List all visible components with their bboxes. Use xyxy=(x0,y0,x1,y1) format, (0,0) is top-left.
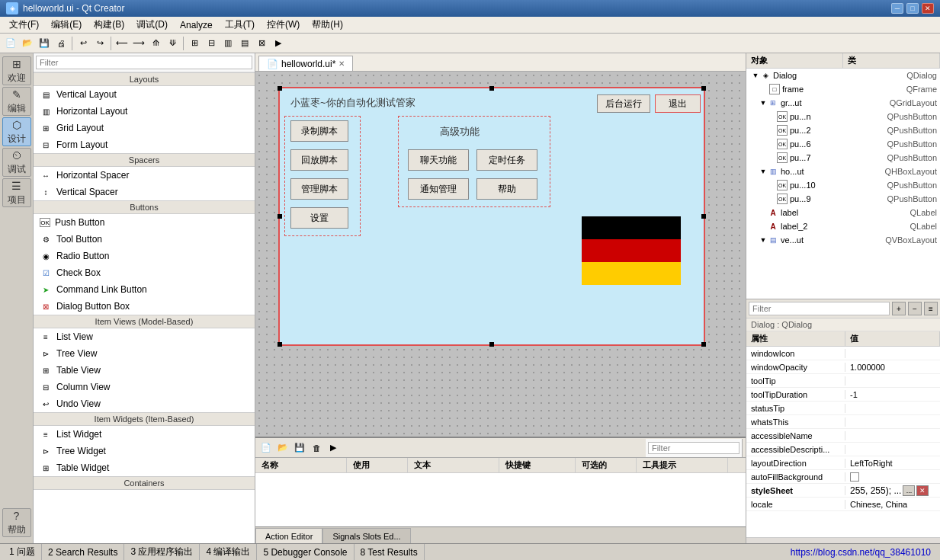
widget-column-view[interactable]: ⊟ Column View xyxy=(34,379,255,395)
widget-form-layout[interactable]: ⊟ Form Layout xyxy=(34,136,255,153)
toolbar-break[interactable]: ⊠ xyxy=(254,36,269,51)
stylesheet-reset-btn[interactable]: ✕ xyxy=(916,485,929,496)
maximize-button[interactable]: □ xyxy=(906,3,919,14)
tree-row-dialog[interactable]: ▼ ◈ Dialog QDialog xyxy=(746,69,940,82)
toolbar-hbox[interactable]: ▥ xyxy=(220,36,236,51)
menu-analyze[interactable]: Analyze xyxy=(174,18,219,32)
widget-table-widget[interactable]: ⊞ Table Widget xyxy=(34,459,255,476)
prop-windowOpacity[interactable]: windowOpacity 1.000000 xyxy=(746,360,940,374)
toolbar-redo[interactable]: ↪ xyxy=(92,36,107,51)
widget-table-view[interactable]: ⊞ Table View xyxy=(34,362,255,379)
status-search[interactable]: 2 Search Results xyxy=(42,544,124,560)
tree-row-hboxlayout[interactable]: ▼ ▥ ho...ut QHBoxLayout xyxy=(746,165,940,178)
prop-whatsThis[interactable]: whatsThis xyxy=(746,415,940,429)
menu-help[interactable]: 帮助(H) xyxy=(306,17,349,33)
toolbar-preview[interactable]: ▶ xyxy=(271,36,286,51)
tree-row-label2[interactable]: A label_2 QLabel xyxy=(746,219,940,233)
widget-list-widget[interactable]: ≡ List Widget xyxy=(34,426,255,443)
status-test[interactable]: 8 Test Results xyxy=(355,544,425,560)
menu-edit[interactable]: 编辑(E) xyxy=(45,17,88,33)
prop-accessibleName[interactable]: accessibleName xyxy=(746,429,940,443)
menu-debug[interactable]: 调试(D) xyxy=(130,17,174,33)
toolbar-vbox[interactable]: ▤ xyxy=(237,36,252,51)
tree-row-gridlayout[interactable]: ▼ ⊞ gr...ut QGridLayout xyxy=(746,96,940,110)
sidebar-debug[interactable]: ⏲ 调试 xyxy=(2,148,31,177)
status-app-output[interactable]: 3 应用程序输出 xyxy=(124,544,200,560)
menu-widgets[interactable]: 控件(W) xyxy=(261,17,306,33)
tab-close-btn[interactable]: ✕ xyxy=(338,59,345,68)
close-button[interactable]: ✕ xyxy=(922,3,934,14)
tab-signals-slots[interactable]: Signals Slots Ed... xyxy=(322,528,410,543)
menu-build[interactable]: 构建(B) xyxy=(88,17,130,33)
toolbar-align-right[interactable]: ⟶ xyxy=(131,36,146,51)
widget-horizontal-spacer[interactable]: ↔ Horizontal Spacer xyxy=(34,167,255,184)
ui-frame[interactable]: 小蓝枣~你的自动化测试管家 后台运行 退出 录制脚本 回放脚本 xyxy=(278,87,705,346)
expand-dialog[interactable]: ▼ xyxy=(751,72,760,79)
props-filter-input[interactable] xyxy=(749,302,890,315)
toolbar-grid[interactable]: ⊞ xyxy=(187,36,202,51)
action-filter-input[interactable] xyxy=(648,442,739,454)
tree-row-push7[interactable]: OK pu...7 QPushButton xyxy=(746,151,940,165)
toolbar-new[interactable]: 📄 xyxy=(3,36,18,51)
widget-grid-layout[interactable]: ⊞ Grid Layout xyxy=(34,120,255,136)
widget-tree-view[interactable]: ⊳ Tree View xyxy=(34,345,255,362)
widget-radio-button[interactable]: ◉ Radio Button xyxy=(34,248,255,264)
widget-check-box[interactable]: ☑ Check Box xyxy=(34,264,255,281)
tree-row-push6[interactable]: OK pu...6 QPushButton xyxy=(746,137,940,151)
widget-filter-input[interactable] xyxy=(36,56,252,69)
prop-layoutDirection[interactable]: layoutDirection LeftToRight xyxy=(746,456,940,470)
props-config-btn[interactable]: ≡ xyxy=(924,302,938,315)
tree-row-push10[interactable]: OK pu...10 QPushButton xyxy=(746,178,940,192)
widget-vertical-spacer[interactable]: ↕ Vertical Spacer xyxy=(34,184,255,200)
prop-statusTip[interactable]: statusTip xyxy=(746,402,940,415)
prop-accessibleDesc[interactable]: accessibleDescripti... xyxy=(746,443,940,456)
toolbar-align-bottom[interactable]: ⟱ xyxy=(165,36,180,51)
status-debugger[interactable]: 5 Debugger Console xyxy=(257,544,354,560)
props-add-btn[interactable]: + xyxy=(892,302,906,315)
sidebar-design[interactable]: ⬡ 设计 xyxy=(2,117,31,146)
prop-autoFillBackground[interactable]: autoFillBackground xyxy=(746,470,940,484)
prop-windowIcon[interactable]: windowIcon xyxy=(746,347,940,360)
auto-fill-checkbox[interactable] xyxy=(850,472,859,482)
widget-push-button[interactable]: OK Push Button xyxy=(34,214,255,231)
widget-horizontal-layout[interactable]: ▥ Horizontal Layout xyxy=(34,103,255,120)
status-compile-output[interactable]: 4 编译输出 xyxy=(200,544,257,560)
toolbar-open[interactable]: 📂 xyxy=(20,36,35,51)
tree-row-push2[interactable]: OK pu...2 QPushButton xyxy=(746,123,940,137)
minimize-button[interactable]: ─ xyxy=(891,3,903,14)
action-save[interactable]: 💾 xyxy=(292,440,307,456)
widget-tree-widget[interactable]: ⊳ Tree Widget xyxy=(34,443,255,459)
widget-list-view[interactable]: ≡ List View xyxy=(34,328,255,345)
menu-tools[interactable]: 工具(T) xyxy=(219,17,261,33)
action-open[interactable]: 📂 xyxy=(275,440,290,456)
design-tab-helloworld[interactable]: 📄 helloworld.ui* ✕ xyxy=(258,56,353,71)
sidebar-edit[interactable]: ✎ 编辑 xyxy=(2,87,31,116)
widget-undo-view[interactable]: ↩ Undo View xyxy=(34,395,255,412)
toolbar-save[interactable]: 💾 xyxy=(37,36,52,51)
toolbar-form[interactable]: ⊟ xyxy=(204,36,219,51)
menu-file[interactable]: 文件(F) xyxy=(3,17,45,33)
expand-hbox[interactable]: ▼ xyxy=(759,168,768,175)
action-delete[interactable]: 🗑 xyxy=(309,440,324,456)
expand-vbox[interactable]: ▼ xyxy=(759,236,768,244)
action-run[interactable]: ▶ xyxy=(326,440,341,456)
tree-row-push9[interactable]: OK pu...9 QPushButton xyxy=(746,192,940,206)
widget-dialog-button-box[interactable]: ⊠ Dialog Button Box xyxy=(34,298,255,315)
status-problems[interactable]: 1 问题 xyxy=(3,544,42,560)
sidebar-projects[interactable]: ☰ 项目 xyxy=(2,178,31,207)
tree-row-frame[interactable]: □ frame QFrame xyxy=(746,82,940,96)
expand-grid[interactable]: ▼ xyxy=(759,99,768,107)
ui-btn-exit[interactable]: 退出 xyxy=(655,94,701,113)
tree-row-push1[interactable]: OK pu...n QPushButton xyxy=(746,110,940,123)
prop-toolTipDuration[interactable]: toolTipDuration -1 xyxy=(746,388,940,402)
toolbar-align-left[interactable]: ⟵ xyxy=(114,36,130,51)
props-scrollbar-h[interactable] xyxy=(746,537,940,543)
widget-tool-button[interactable]: ⚙ Tool Button xyxy=(34,231,255,248)
prop-toolTip[interactable]: toolTip xyxy=(746,374,940,388)
props-remove-btn[interactable]: − xyxy=(908,302,922,315)
tab-action-editor[interactable]: Action Editor xyxy=(255,528,322,543)
toolbar-undo[interactable]: ↩ xyxy=(75,36,91,51)
stylesheet-edit-btn[interactable]: ... xyxy=(903,485,915,496)
widget-command-link-button[interactable]: ➤ Command Link Button xyxy=(34,281,255,298)
prop-styleSheet[interactable]: styleSheet 255, 255); ... ... ✕ xyxy=(746,484,940,498)
